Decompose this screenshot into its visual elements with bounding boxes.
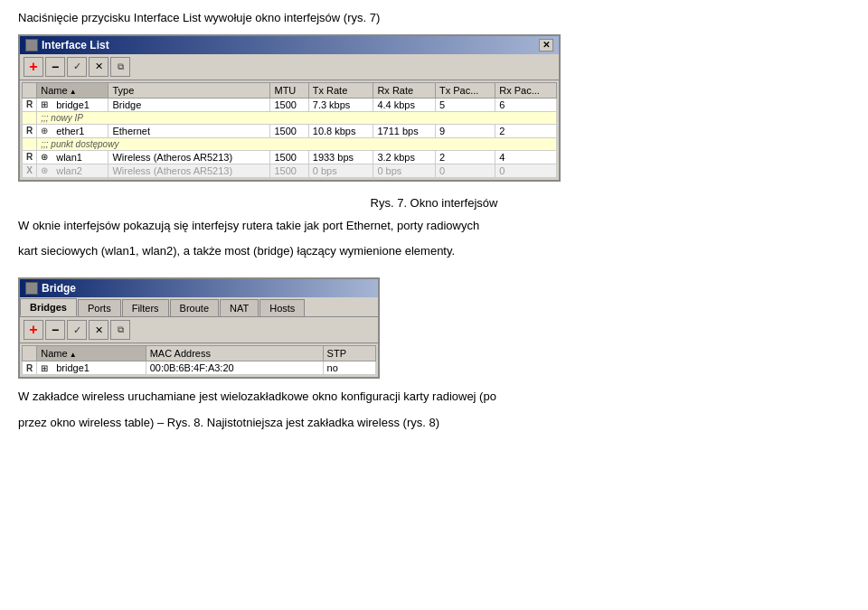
- row-tx-pac: 0: [435, 164, 495, 177]
- confirm-button[interactable]: ✓: [67, 57, 87, 77]
- row-tx-rate: 7.3 kbps: [308, 98, 373, 111]
- col-type[interactable]: Type: [108, 82, 270, 98]
- col-mtu[interactable]: MTU: [270, 82, 308, 98]
- row-tx-pac: 9: [435, 124, 495, 137]
- tab-hosts[interactable]: Hosts: [259, 299, 305, 316]
- row-rx-pac: 4: [495, 150, 557, 164]
- title-bar-left: Interface List: [25, 39, 109, 52]
- bridge-icon: [41, 100, 53, 109]
- row-mtu: 1500: [270, 164, 308, 177]
- interface-list-title-bar: Interface List ✕: [20, 36, 559, 54]
- caption2: W zakładce wireless uruchamiane jest wie…: [18, 388, 850, 433]
- row-flag: R: [23, 124, 37, 137]
- row-mtu: 1500: [270, 150, 308, 164]
- col-tx-rate[interactable]: Tx Rate: [308, 82, 373, 98]
- bridge-row-stp: no: [323, 361, 375, 375]
- bridge-content: Name MAC Address STP R bridge1 00:0B:6B:…: [20, 343, 378, 377]
- caption1-text2: kart sieciowych (wlan1, wlan2), a także …: [18, 242, 850, 261]
- row-mtu: 1500: [270, 98, 308, 111]
- cancel-button[interactable]: ✕: [89, 57, 108, 77]
- caption2-text1: W zakładce wireless uruchamiane jest wie…: [18, 388, 850, 407]
- x-icon: ✕: [95, 324, 103, 336]
- table-row[interactable]: X wlan2 Wireless (Atheros AR5213) 1500 0…: [23, 164, 557, 177]
- row-type: Bridge: [108, 98, 270, 111]
- bridge-remove-button[interactable]: −: [45, 320, 65, 340]
- caption1-text1: W oknie interfejsów pokazują się interfe…: [18, 217, 850, 236]
- bridge-add-button[interactable]: +: [24, 320, 43, 340]
- minus-icon: −: [52, 323, 59, 337]
- row-tx-rate: 0 bps: [308, 164, 373, 177]
- interface-list-window: Interface List ✕ + − ✓ ✕ ⧉ Name Type: [18, 34, 561, 182]
- row-rx-rate: 0 bps: [373, 164, 436, 177]
- row-flag: X: [23, 164, 37, 177]
- window-icon: [25, 39, 38, 52]
- bridge-col-mac[interactable]: MAC Address: [146, 346, 323, 361]
- bridge-col-flag: [23, 346, 37, 361]
- comment-text: ;;; punkt dostępowy: [37, 137, 557, 150]
- bridge-cancel-button[interactable]: ✕: [89, 320, 108, 340]
- tab-ports[interactable]: Ports: [78, 299, 121, 316]
- row-tx-rate: 1933 bps: [308, 150, 373, 164]
- comment-row: ;;; nowy IP: [23, 111, 557, 124]
- bridge-toolbar: + − ✓ ✕ ⧉: [20, 317, 378, 343]
- caption1-title: Rys. 7. Okno interfejsów: [18, 196, 850, 210]
- minus-icon: −: [52, 60, 59, 74]
- row-type: Wireless (Atheros AR5213): [108, 164, 270, 177]
- bridge-icon: [41, 363, 53, 372]
- tab-bridges[interactable]: Bridges: [20, 298, 77, 316]
- col-tx-pac[interactable]: Tx Pac...: [435, 82, 495, 98]
- row-rx-pac: 2: [495, 124, 557, 137]
- table-row[interactable]: R bridge1 Bridge 1500 7.3 kbps 4.4 kbps …: [23, 98, 557, 111]
- wlan-icon: [41, 166, 53, 175]
- comment-row: ;;; punkt dostępowy: [23, 137, 557, 150]
- copy-button[interactable]: ⧉: [110, 57, 130, 77]
- col-flag: [23, 82, 37, 98]
- table-row[interactable]: R ether1 Ethernet 1500 10.8 kbps 1711 bp…: [23, 124, 557, 137]
- bridge-col-stp[interactable]: STP: [323, 346, 375, 361]
- bridge-confirm-button[interactable]: ✓: [67, 320, 87, 340]
- table-row[interactable]: R wlan1 Wireless (Atheros AR5213) 1500 1…: [23, 150, 557, 164]
- row-rx-pac: 6: [495, 98, 557, 111]
- row-tx-pac: 5: [435, 98, 495, 111]
- copy-icon: ⧉: [118, 324, 124, 335]
- row-rx-rate: 3.2 kbps: [373, 150, 436, 164]
- row-flag: R: [23, 98, 37, 111]
- row-mtu: 1500: [270, 124, 308, 137]
- remove-button[interactable]: −: [45, 57, 65, 77]
- caption1: Rys. 7. Okno interfejsów W oknie interfe…: [18, 196, 850, 262]
- wlan-icon: [41, 153, 53, 162]
- row-rx-pac: 0: [495, 164, 557, 177]
- intro-text: Naciśnięcie przycisku Interface List wyw…: [18, 9, 850, 27]
- row-name: wlan2: [37, 164, 108, 177]
- bridge-title-left: Bridge: [25, 282, 76, 295]
- bridge-window-icon: [25, 282, 38, 295]
- bridge-row-name: bridge1: [37, 361, 146, 375]
- copy-icon: ⧉: [118, 61, 124, 72]
- row-name: ether1: [37, 124, 108, 137]
- row-rx-rate: 1711 bps: [373, 124, 436, 137]
- row-flag: R: [23, 150, 37, 164]
- add-button[interactable]: +: [24, 57, 43, 77]
- bridge-tab-bar: Bridges Ports Filters Broute NAT Hosts: [20, 297, 378, 317]
- tab-broute[interactable]: Broute: [170, 299, 219, 316]
- tab-nat[interactable]: NAT: [220, 299, 259, 316]
- tab-filters[interactable]: Filters: [122, 299, 169, 316]
- bridge-title-label: Bridge: [42, 282, 76, 295]
- col-name[interactable]: Name: [37, 82, 108, 98]
- row-type: Wireless (Atheros AR5213): [108, 150, 270, 164]
- comment-flag: [23, 137, 37, 150]
- add-icon: +: [29, 323, 37, 337]
- check-icon: ✓: [73, 61, 81, 72]
- table-row[interactable]: R bridge1 00:0B:6B:4F:A3:20 no: [23, 361, 376, 375]
- interface-table: Name Type MTU Tx Rate Rx Rate Tx Pac... …: [22, 82, 557, 178]
- bridge-copy-button[interactable]: ⧉: [110, 320, 130, 340]
- bridge-row-mac: 00:0B:6B:4F:A3:20: [146, 361, 323, 375]
- row-name: bridge1: [37, 98, 108, 111]
- col-rx-pac[interactable]: Rx Pac...: [495, 82, 557, 98]
- close-button[interactable]: ✕: [539, 39, 553, 52]
- bridge-window: Bridge Bridges Ports Filters Broute NAT …: [18, 277, 380, 379]
- bridge-col-name[interactable]: Name: [37, 346, 146, 361]
- col-rx-rate[interactable]: Rx Rate: [373, 82, 436, 98]
- row-tx-rate: 10.8 kbps: [308, 124, 373, 137]
- bridge-row-flag: R: [23, 361, 37, 375]
